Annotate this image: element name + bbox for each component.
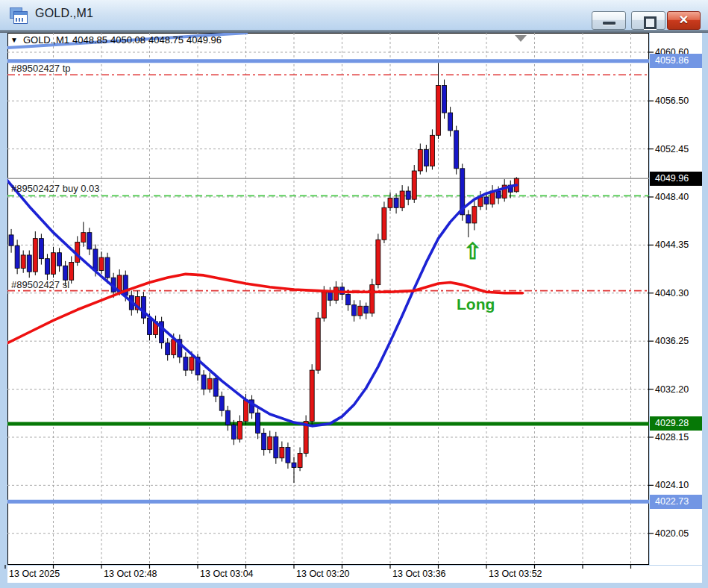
chart-window: GOLD.,M1 ✕ ▼GOLD.,M14048.854050.084048.7… xyxy=(0,0,708,588)
price-tick-label: 4040.30 xyxy=(650,287,707,299)
close-value: 4049.96 xyxy=(187,34,222,46)
symbol-dropdown-icon[interactable]: ▼ xyxy=(10,36,18,44)
chart-ohlc-header: ▼GOLD.,M14048.854050.084048.754049.96 xyxy=(10,34,225,46)
buy-order-label: #89502427 buy 0.03 xyxy=(11,183,100,194)
open-value: 4048.85 xyxy=(72,34,107,46)
price-tick-label: 4032.20 xyxy=(650,384,707,395)
price-tick-label: 4036.25 xyxy=(650,335,707,347)
price-tick-label: 4028.15 xyxy=(650,431,707,443)
price-level-badge: 4049.96 xyxy=(650,172,702,186)
price-level-badge: 4059.86 xyxy=(650,54,702,68)
price-tick-label: 4020.05 xyxy=(650,528,707,539)
long-annotation: Long xyxy=(457,295,495,313)
price-tick-label: 4056.50 xyxy=(650,95,707,107)
time-tick-label: 13 Oct 03:04 xyxy=(200,569,254,579)
price-level-badge: 4022.73 xyxy=(650,495,702,509)
price-tick-label: 4052.45 xyxy=(650,143,707,155)
price-tick-label: 4044.35 xyxy=(650,239,707,251)
high-value: 4050.08 xyxy=(110,34,145,46)
plot-layers xyxy=(3,33,649,565)
time-tick-label: 13 Oct 2025 xyxy=(9,569,60,579)
up-arrow-icon: ⇧ xyxy=(463,238,482,264)
time-tick-label: 13 Oct 03:52 xyxy=(489,569,542,579)
symbol-label: GOLD.,M1 xyxy=(23,34,69,46)
price-tick-label: 4024.10 xyxy=(650,479,707,491)
low-value: 4048.75 xyxy=(148,34,184,46)
time-tick-label: 13 Oct 03:36 xyxy=(392,569,446,579)
take-profit-label: #89502427 tp xyxy=(11,63,71,74)
time-tick-label: 13 Oct 03:20 xyxy=(296,569,350,579)
stop-loss-label: #89502427 sl xyxy=(11,279,69,290)
price-level-badge: 4029.28 xyxy=(650,416,702,431)
price-tick-label: 4048.40 xyxy=(650,191,707,203)
chart-canvas[interactable] xyxy=(0,0,708,588)
time-tick-label: 13 Oct 02:48 xyxy=(104,569,157,579)
